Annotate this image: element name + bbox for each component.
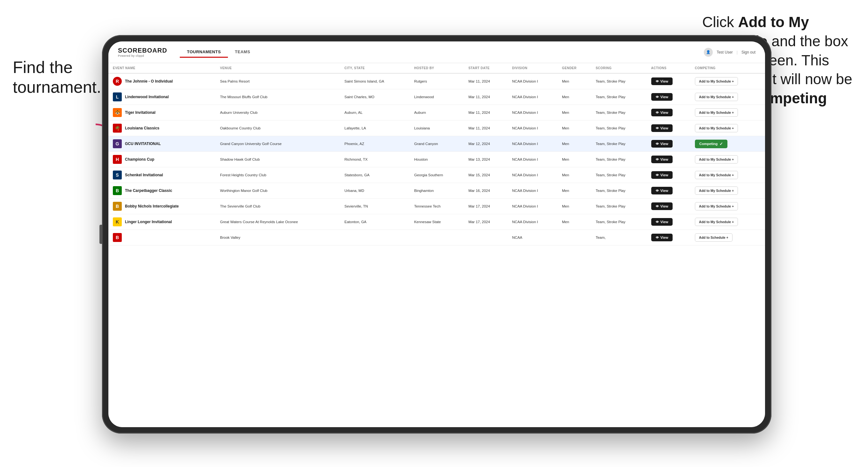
actions-cell: 👁 View bbox=[647, 152, 690, 167]
start-date-cell: Mar 16, 2024 bbox=[464, 183, 507, 198]
view-button[interactable]: 👁 View bbox=[651, 140, 673, 148]
event-name-text: Lindenwood Invitational bbox=[125, 95, 168, 99]
logo-area: SCOREBOARD Powered by clippd bbox=[118, 47, 167, 57]
venue-cell: Forest Heights Country Club bbox=[216, 167, 340, 183]
table-row: GGCU INVITATIONALGrand Canyon University… bbox=[108, 136, 765, 152]
col-hosted-by: HOSTED BY bbox=[410, 63, 464, 73]
competing-button[interactable]: Competing ✓ bbox=[695, 139, 727, 148]
event-name-cell: HChampions Cup bbox=[108, 152, 216, 167]
add-to-schedule-button[interactable]: Add to My Schedule + bbox=[695, 108, 738, 117]
actions-cell: 👁 View bbox=[647, 136, 690, 152]
city-state-cell: Saint Charles, MO bbox=[340, 89, 410, 105]
venue-cell: The Missouri Bluffs Golf Club bbox=[216, 89, 340, 105]
city-state-cell bbox=[340, 230, 410, 245]
tab-teams[interactable]: TEAMS bbox=[228, 47, 257, 58]
event-name-cell: RThe Johnnie - O Individual bbox=[108, 73, 216, 89]
city-state-cell: Lafayette, LA bbox=[340, 121, 410, 136]
col-gender: GENDER bbox=[558, 63, 591, 73]
venue-cell: Sea Palms Resort bbox=[216, 73, 340, 89]
table-row: 🐯Tiger InvitationalAuburn University Clu… bbox=[108, 105, 765, 121]
nav-tabs: TOURNAMENTS TEAMS bbox=[180, 47, 257, 58]
scoring-cell: Team, Stroke Play bbox=[591, 198, 647, 214]
eye-icon: 👁 bbox=[656, 95, 659, 99]
division-cell: NCAA Division I bbox=[508, 89, 558, 105]
pipe-separator: | bbox=[737, 50, 738, 55]
view-button[interactable]: 👁 View bbox=[651, 218, 673, 226]
competing-cell: Add to My Schedule + bbox=[690, 105, 765, 121]
view-button[interactable]: 👁 View bbox=[651, 187, 673, 194]
city-state-cell: Phoenix, AZ bbox=[340, 136, 410, 152]
add-to-schedule-button[interactable]: Add to My Schedule + bbox=[695, 202, 738, 210]
division-cell: NCAA bbox=[508, 230, 558, 245]
add-to-schedule-button[interactable]: Add to My Schedule + bbox=[695, 77, 738, 86]
division-cell: NCAA Division I bbox=[508, 152, 558, 167]
table-container: EVENT NAME VENUE CITY, STATE HOSTED BY S… bbox=[108, 63, 765, 427]
actions-cell: 👁 View bbox=[647, 214, 690, 230]
gender-cell: Men bbox=[558, 89, 591, 105]
add-to-schedule-button[interactable]: Add to My Schedule + bbox=[695, 186, 738, 195]
venue-cell: Great Waters Course At Reynolds Lake Oco… bbox=[216, 214, 340, 230]
annotation-left: Find the tournament. bbox=[13, 57, 102, 97]
scoring-cell: Team, Stroke Play bbox=[591, 105, 647, 121]
view-button[interactable]: 👁 View bbox=[651, 77, 673, 85]
tablet-screen: SCOREBOARD Powered by clippd TOURNAMENTS… bbox=[108, 41, 765, 427]
city-state-cell: Urbana, MD bbox=[340, 183, 410, 198]
competing-cell: Add to My Schedule + bbox=[690, 214, 765, 230]
start-date-cell: Mar 17, 2024 bbox=[464, 214, 507, 230]
view-button[interactable]: 👁 View bbox=[651, 203, 673, 210]
event-name-text: The Carpetbagger Classic bbox=[125, 188, 172, 193]
actions-cell: 👁 View bbox=[647, 73, 690, 89]
add-to-schedule-button[interactable]: Add to My Schedule + bbox=[695, 155, 738, 163]
view-button[interactable]: 👁 View bbox=[651, 109, 673, 116]
eye-icon: 👁 bbox=[656, 142, 659, 146]
add-to-schedule-button[interactable]: Add to Schedule + bbox=[695, 234, 733, 242]
eye-icon: 👁 bbox=[656, 127, 659, 130]
eye-icon: 👁 bbox=[656, 80, 659, 83]
col-actions: ACTIONS bbox=[647, 63, 690, 73]
user-avatar: 👤 bbox=[704, 48, 713, 57]
event-name-text: The Johnnie - O Individual bbox=[125, 79, 173, 84]
tournaments-table: EVENT NAME VENUE CITY, STATE HOSTED BY S… bbox=[108, 63, 765, 245]
view-button[interactable]: 👁 View bbox=[651, 234, 673, 241]
hosted-by-cell: Tennessee Tech bbox=[410, 198, 464, 214]
col-competing: COMPETING bbox=[690, 63, 765, 73]
table-row: BBrook ValleyNCAATeam,👁 ViewAdd to Sched… bbox=[108, 230, 765, 245]
team-logo: S bbox=[113, 170, 122, 180]
eye-icon: 👁 bbox=[656, 236, 659, 240]
event-name-text: Linger Longer Invitational bbox=[125, 220, 172, 224]
add-to-schedule-button[interactable]: Add to My Schedule + bbox=[695, 124, 738, 132]
event-name-cell: B bbox=[108, 230, 216, 245]
scoring-cell: Team, Stroke Play bbox=[591, 121, 647, 136]
city-state-cell: Eatonton, GA bbox=[340, 214, 410, 230]
event-name-cell: KLinger Longer Invitational bbox=[108, 214, 216, 230]
header-right: 👤 Test User | Sign out bbox=[704, 48, 755, 57]
actions-cell: 👁 View bbox=[647, 105, 690, 121]
table-row: RThe Johnnie - O IndividualSea Palms Res… bbox=[108, 73, 765, 89]
add-to-schedule-button[interactable]: Add to My Schedule + bbox=[695, 218, 738, 226]
view-button[interactable]: 👁 View bbox=[651, 171, 673, 179]
view-button[interactable]: 👁 View bbox=[651, 156, 673, 163]
tab-tournaments[interactable]: TOURNAMENTS bbox=[180, 47, 227, 58]
venue-cell: Auburn University Club bbox=[216, 105, 340, 121]
actions-cell: 👁 View bbox=[647, 121, 690, 136]
competing-cell: Add to My Schedule + bbox=[690, 198, 765, 214]
table-row: BBobby Nichols IntercollegiateThe Sevier… bbox=[108, 198, 765, 214]
view-button[interactable]: 👁 View bbox=[651, 93, 673, 101]
event-name-cell: BThe Carpetbagger Classic bbox=[108, 183, 216, 198]
view-button[interactable]: 👁 View bbox=[651, 124, 673, 132]
gender-cell: Men bbox=[558, 105, 591, 121]
eye-icon: 👁 bbox=[656, 111, 659, 115]
start-date-cell bbox=[464, 230, 507, 245]
eye-icon: 👁 bbox=[656, 174, 659, 177]
actions-cell: 👁 View bbox=[647, 198, 690, 214]
event-name-text: Bobby Nichols Intercollegiate bbox=[125, 204, 179, 209]
team-logo: B bbox=[113, 233, 122, 242]
sign-out-link[interactable]: Sign out bbox=[741, 50, 755, 55]
competing-cell: Add to My Schedule + bbox=[690, 121, 765, 136]
add-to-schedule-button[interactable]: Add to My Schedule + bbox=[695, 93, 738, 101]
start-date-cell: Mar 17, 2024 bbox=[464, 198, 507, 214]
add-to-schedule-button[interactable]: Add to My Schedule + bbox=[695, 171, 738, 179]
division-cell: NCAA Division I bbox=[508, 73, 558, 89]
event-name-cell: LLindenwood Invitational bbox=[108, 89, 216, 105]
scoring-cell: Team, Stroke Play bbox=[591, 152, 647, 167]
